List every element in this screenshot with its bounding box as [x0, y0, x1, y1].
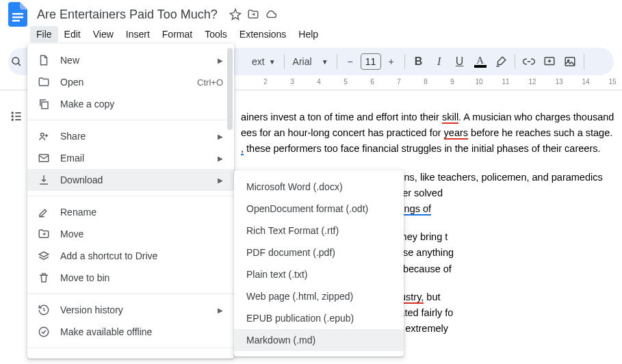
- download-docx[interactable]: Microsoft Word (.docx): [234, 176, 404, 198]
- chevron-right-icon: ▶: [218, 177, 223, 184]
- separator: [27, 294, 234, 294]
- insert-comment-button[interactable]: [540, 52, 559, 71]
- chevron-right-icon: ▶: [218, 155, 223, 162]
- menu-download[interactable]: Download ▶: [27, 169, 234, 191]
- menu-view[interactable]: View: [87, 26, 120, 42]
- separator: [584, 54, 584, 69]
- download-odt[interactable]: OpenDocument format (.odt): [234, 198, 404, 220]
- menu-make-copy[interactable]: Make a copy: [27, 93, 234, 115]
- menu-tools[interactable]: Tools: [198, 26, 233, 42]
- download-submenu: Microsoft Word (.docx) OpenDocument form…: [234, 170, 404, 356]
- chevron-right-icon: ▶: [218, 133, 223, 140]
- folder-icon: [37, 75, 51, 89]
- menu-insert[interactable]: Insert: [120, 26, 156, 42]
- underline-button[interactable]: U: [450, 52, 469, 71]
- menu-help[interactable]: Help: [292, 26, 324, 42]
- separator: [515, 54, 515, 69]
- search-icon[interactable]: [7, 52, 26, 71]
- copy-icon: [37, 97, 51, 111]
- insert-link-button[interactable]: [519, 52, 539, 71]
- menu-edit[interactable]: Edit: [58, 26, 87, 42]
- separator: [404, 54, 405, 69]
- menu-new[interactable]: New ▶: [27, 49, 234, 71]
- download-icon: [37, 173, 51, 187]
- menu-rename[interactable]: Rename: [27, 201, 234, 223]
- svg-rect-2: [12, 20, 20, 22]
- new-doc-icon: [37, 53, 51, 67]
- email-icon: [37, 151, 51, 165]
- highlight-button[interactable]: [491, 52, 510, 71]
- menu-move[interactable]: Move: [27, 223, 234, 245]
- menu-share[interactable]: Share ▶: [27, 125, 234, 147]
- menu-version-history[interactable]: Version history ▶: [27, 299, 234, 321]
- menu-extensions[interactable]: Extensions: [233, 26, 292, 42]
- insert-image-button[interactable]: [560, 52, 580, 71]
- move-icon: [37, 227, 51, 241]
- menu-file[interactable]: File: [30, 26, 58, 42]
- separator: [27, 196, 234, 196]
- download-epub[interactable]: EPUB publication (.epub): [234, 307, 404, 329]
- svg-rect-1: [12, 16, 23, 18]
- cloud-status-icon[interactable]: [264, 8, 278, 21]
- menu-format[interactable]: Format: [156, 26, 198, 42]
- svg-rect-0: [12, 13, 23, 15]
- separator: [27, 120, 234, 120]
- font-size-input[interactable]: 11: [361, 53, 381, 70]
- svg-point-8: [12, 116, 13, 117]
- svg-point-11: [41, 133, 44, 137]
- svg-point-13: [39, 327, 49, 337]
- share-icon: [37, 129, 51, 143]
- separator: [284, 54, 285, 69]
- doc-title[interactable]: Are Entertainers Paid Too Much?: [33, 7, 222, 23]
- svg-point-9: [12, 119, 13, 120]
- rename-icon: [37, 205, 51, 219]
- svg-point-3: [12, 57, 19, 64]
- chevron-right-icon: ▶: [218, 307, 223, 314]
- font-dropdown[interactable]: Arial▼: [289, 52, 333, 71]
- shortcut-icon: [37, 249, 51, 263]
- para-1: ainers invest a ton of time and effort i…: [241, 109, 622, 157]
- download-rtf[interactable]: Rich Text Format (.rtf): [234, 220, 404, 242]
- docs-logo[interactable]: [5, 2, 30, 27]
- file-menu-dropdown: New ▶ Open Ctrl+O Make a copy Share ▶ Em…: [27, 44, 234, 359]
- italic-button[interactable]: I: [430, 52, 449, 71]
- menu-trash[interactable]: Move to bin: [27, 267, 234, 289]
- move-folder-icon[interactable]: [246, 8, 260, 21]
- menubar: File Edit View Insert Format Tools Exten…: [0, 25, 622, 44]
- menu-email[interactable]: Email ▶: [27, 147, 234, 169]
- styles-dropdown[interactable]: ext▼: [248, 52, 280, 71]
- download-html[interactable]: Web page (.html, zipped): [234, 285, 404, 307]
- chevron-right-icon: ▶: [218, 57, 223, 64]
- trash-icon: [37, 271, 51, 285]
- separator: [337, 54, 337, 69]
- download-txt[interactable]: Plain text (.txt): [234, 263, 404, 285]
- download-pdf[interactable]: PDF document (.pdf): [234, 242, 404, 263]
- menu-offline[interactable]: Make available offline: [27, 321, 234, 343]
- font-increase-button[interactable]: +: [383, 53, 400, 70]
- text-color-button[interactable]: A: [471, 52, 490, 71]
- font-decrease-button[interactable]: −: [341, 53, 359, 70]
- star-icon[interactable]: [229, 8, 242, 21]
- svg-point-7: [12, 112, 13, 114]
- history-icon: [37, 303, 51, 317]
- offline-icon: [37, 325, 51, 339]
- svg-rect-10: [42, 102, 48, 109]
- outline-icon[interactable]: [7, 107, 26, 126]
- bold-button[interactable]: B: [409, 52, 428, 71]
- menu-shortcut[interactable]: Add a shortcut to Drive: [27, 245, 234, 267]
- menu-open[interactable]: Open Ctrl+O: [27, 71, 234, 93]
- download-md[interactable]: Markdown (.md): [234, 329, 404, 351]
- separator: [27, 348, 234, 348]
